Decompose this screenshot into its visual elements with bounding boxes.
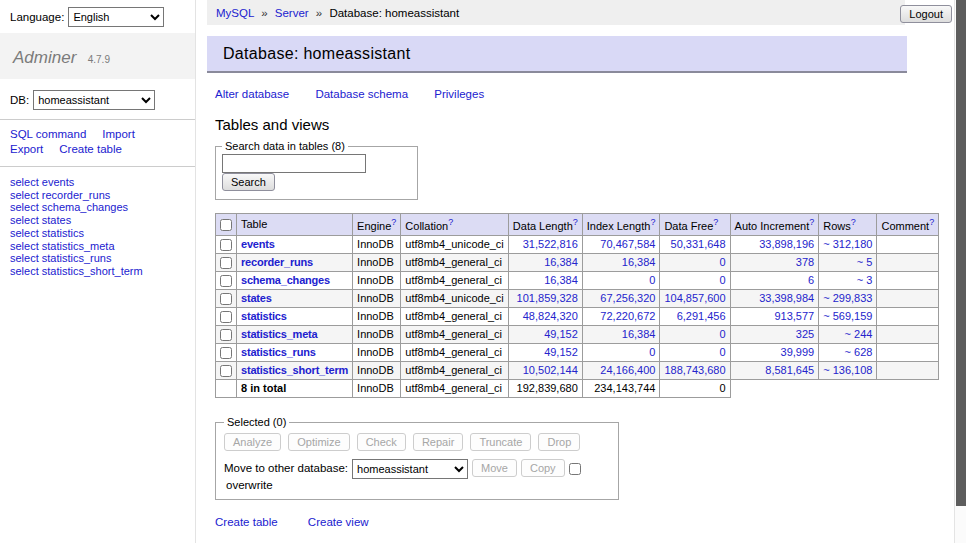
sidebar-item-select-recorder-runs[interactable]: select recorder_runs (10, 189, 195, 202)
optimize-button[interactable]: Optimize (288, 433, 349, 451)
total-label: 8 in total (237, 380, 353, 398)
alter-database-link[interactable]: Alter database (215, 88, 289, 100)
move-button[interactable]: Move (472, 459, 517, 477)
breadcrumb-mysql-link[interactable]: MySQL (216, 7, 254, 19)
privileges-link[interactable]: Privileges (434, 88, 484, 100)
row-checkbox[interactable] (220, 365, 232, 377)
create-table-link-sidebar[interactable]: Create table (59, 143, 122, 155)
data-length-cell: 48,824,320 (508, 308, 582, 326)
column-header-table: Table (237, 214, 353, 236)
overwrite-checkbox[interactable] (569, 463, 581, 475)
help-link[interactable]: ? (809, 217, 814, 227)
vertical-scrollbar[interactable] (954, 0, 966, 543)
help-link[interactable]: ? (448, 217, 453, 227)
analyze-button[interactable]: Analyze (224, 433, 281, 451)
data-length-cell: 31,522,816 (508, 235, 582, 253)
data-free-cell: 0 (660, 326, 730, 344)
sidebar-item-select-events[interactable]: select events (10, 176, 195, 189)
help-link[interactable]: ? (573, 217, 578, 227)
auto-increment-cell: 8,581,645 (730, 362, 819, 380)
data-length-cell: 101,859,328 (508, 289, 582, 307)
row-checkbox[interactable] (220, 239, 232, 251)
collation-cell: utf8mb4_general_ci (401, 308, 508, 326)
database-action-links: Alter database Database schema Privilege… (215, 88, 907, 100)
truncate-button[interactable]: Truncate (470, 433, 531, 451)
data-free-total: 0 (660, 380, 730, 398)
rows-cell: ~ 299,833 (819, 289, 877, 307)
sidebar-item-select-statistics-meta[interactable]: select statistics_meta (10, 240, 195, 253)
comment-cell (877, 362, 939, 380)
rows-cell: ~ 3 (819, 271, 877, 289)
table-link-events[interactable]: events (241, 238, 275, 250)
search-input[interactable] (222, 154, 366, 173)
drop-button[interactable]: Drop (538, 433, 580, 451)
index-length-cell: 0 (582, 344, 660, 362)
select-all-checkbox[interactable] (220, 219, 232, 231)
sidebar-item-select-schema-changes[interactable]: select schema_changes (10, 201, 195, 214)
rows-cell: ~ 5 (819, 253, 877, 271)
database-schema-link[interactable]: Database schema (315, 88, 408, 100)
breadcrumb-separator: » (261, 7, 267, 19)
sidebar-item-select-statistics-short-term[interactable]: select statistics_short_term (10, 265, 195, 278)
help-link[interactable]: ? (713, 217, 718, 227)
collation-cell: utf8mb4_general_ci (401, 380, 508, 398)
create-view-link[interactable]: Create view (308, 516, 369, 528)
row-checkbox[interactable] (220, 275, 232, 287)
main-content: MySQL » Server » Database: homeassistant… (207, 0, 907, 543)
create-links: Create table Create view (215, 516, 907, 528)
row-checkbox[interactable] (220, 311, 232, 323)
sql-command-link[interactable]: SQL command (10, 128, 86, 140)
table-link-statistics-runs[interactable]: statistics_runs (241, 346, 316, 358)
index-length-cell: 72,220,672 (582, 308, 660, 326)
table-row: statistics InnoDB utf8mb4_general_ci 48,… (216, 308, 939, 326)
selected-buttons-row: Analyze Optimize Check Repair Truncate D… (224, 433, 610, 451)
collation-cell: utf8mb4_general_ci (401, 326, 508, 344)
check-button[interactable]: Check (357, 433, 406, 451)
sidebar-item-select-statistics[interactable]: select statistics (10, 227, 195, 240)
collation-cell: utf8mb4_general_ci (401, 344, 508, 362)
comment-cell (877, 253, 939, 271)
search-button[interactable]: Search (222, 173, 275, 191)
index-length-cell: 70,467,584 (582, 235, 660, 253)
row-checkbox[interactable] (220, 329, 232, 341)
logout-button[interactable]: Logout (900, 5, 952, 23)
import-link[interactable]: Import (102, 128, 135, 140)
breadcrumb-server-link[interactable]: Server (275, 7, 309, 19)
table-link-recorder-runs[interactable]: recorder_runs (241, 256, 313, 268)
repair-button[interactable]: Repair (413, 433, 463, 451)
table-link-schema-changes[interactable]: schema_changes (241, 274, 330, 286)
help-link[interactable]: ? (929, 217, 934, 227)
move-db-select[interactable]: homeassistant (352, 459, 468, 479)
auto-increment-cell: 33,898,196 (730, 235, 819, 253)
table-link-statistics-short-term[interactable]: statistics_short_term (241, 364, 348, 376)
sidebar-item-select-states[interactable]: select states (10, 214, 195, 227)
export-link[interactable]: Export (10, 143, 43, 155)
table-link-statistics[interactable]: statistics (241, 310, 287, 322)
row-checkbox[interactable] (220, 257, 232, 269)
app-version: 4.7.9 (88, 54, 110, 65)
collation-cell: utf8mb4_general_ci (401, 253, 508, 271)
help-link[interactable]: ? (650, 217, 655, 227)
create-table-link[interactable]: Create table (215, 516, 278, 528)
data-length-total: 192,839,680 (508, 380, 582, 398)
breadcrumb-separator: » (316, 7, 322, 19)
rows-cell: ~ 628 (819, 344, 877, 362)
breadcrumb-current: Database: homeassistant (329, 7, 459, 19)
collation-cell: utf8mb4_unicode_ci (401, 235, 508, 253)
db-select[interactable]: homeassistant (33, 90, 155, 110)
comment-cell (877, 289, 939, 307)
sidebar-item-select-statistics-runs[interactable]: select statistics_runs (10, 252, 195, 265)
table-link-states[interactable]: states (241, 292, 272, 304)
table-row: states InnoDB utf8mb4_unicode_ci 101,859… (216, 289, 939, 307)
language-select[interactable]: English (68, 7, 164, 27)
data-free-cell: 104,857,600 (660, 289, 730, 307)
help-link[interactable]: ? (851, 217, 856, 227)
engine-cell: InnoDB (353, 326, 401, 344)
copy-button[interactable]: Copy (521, 459, 565, 477)
scrollbar-thumb[interactable] (956, 0, 966, 506)
row-checkbox[interactable] (220, 347, 232, 359)
help-link[interactable]: ? (391, 217, 396, 227)
index-length-cell: 16,384 (582, 326, 660, 344)
row-checkbox[interactable] (220, 293, 232, 305)
table-link-statistics-meta[interactable]: statistics_meta (241, 328, 318, 340)
